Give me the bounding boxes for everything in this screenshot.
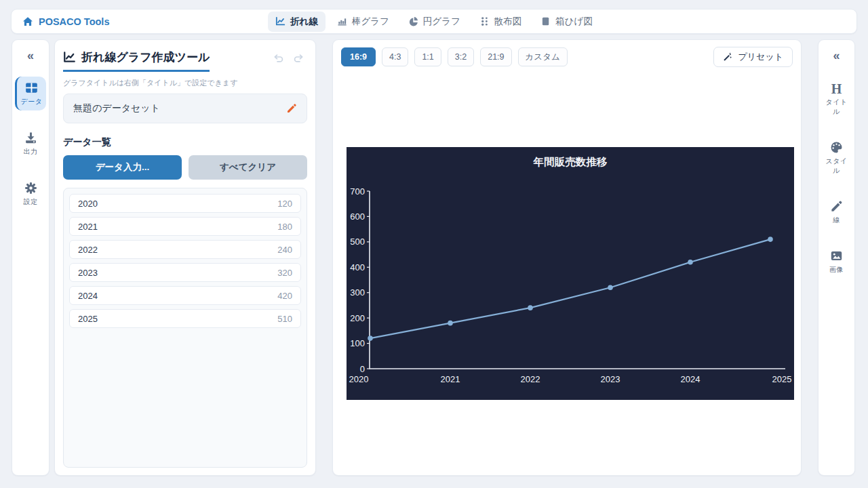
left-rail-items: データ出力設定: [15, 62, 46, 211]
data-input-button[interactable]: データ入力...: [63, 155, 182, 180]
image-icon: [830, 249, 843, 262]
brand-label: POSACO Tools: [39, 16, 109, 27]
right-rail-items: Hタイトルスタイル線画像: [821, 62, 852, 279]
collapse-right-rail-button[interactable]: «: [833, 49, 840, 62]
tab-pie-label: 円グラフ: [423, 16, 460, 28]
svg-text:300: 300: [350, 287, 365, 298]
svg-text:600: 600: [350, 211, 365, 222]
left-rail: « データ出力設定: [12, 39, 50, 476]
tab-scatter[interactable]: 散布図: [472, 12, 530, 32]
data-row-value: 510: [277, 314, 292, 324]
svg-text:200: 200: [350, 313, 365, 323]
data-list-heading: データ一覧: [63, 136, 307, 148]
rail-item-output-label: 出力: [24, 147, 38, 157]
clear-all-button[interactable]: すべてクリア: [189, 155, 307, 180]
ratio-button-21-9[interactable]: 21:9: [480, 47, 511, 66]
rail-item-settings[interactable]: 設定: [15, 177, 46, 211]
rail-item-line-label: 線: [833, 216, 840, 225]
svg-text:400: 400: [350, 262, 365, 272]
data-panel: 折れ線グラフ作成ツール グラフタイトルは右側「タイトル」で設定できます 無題のデ…: [54, 39, 316, 476]
redo-button[interactable]: [293, 54, 304, 63]
tab-scatter-label: 散布図: [494, 16, 522, 28]
chart-panel: 16:94:31:13:221:9カスタム プリセット 年間販売数推移01002…: [332, 39, 802, 476]
chart-type-tabs: 折れ線棒グラフ円グラフ散布図箱ひげ図: [268, 12, 600, 32]
chart-pie-icon: [408, 16, 418, 26]
data-row-2022[interactable]: 2022240: [69, 240, 301, 259]
data-row-2021[interactable]: 2021180: [69, 217, 301, 236]
svg-text:100: 100: [350, 338, 365, 348]
rail-item-output[interactable]: 出力: [15, 127, 46, 161]
data-list: 2020120202118020222402023320202442020255…: [63, 188, 307, 468]
data-row-value: 240: [277, 245, 292, 255]
redo-icon: [293, 54, 304, 63]
palette-icon: [830, 141, 843, 154]
data-row-2025[interactable]: 2025510: [69, 309, 301, 328]
svg-text:2020: 2020: [349, 374, 369, 384]
tab-line[interactable]: 折れ線: [268, 12, 326, 32]
data-row-2024[interactable]: 2024420: [69, 286, 301, 305]
ratio-button-1-1[interactable]: 1:1: [414, 47, 441, 66]
gear-icon: [24, 182, 37, 195]
line-chart-svg: 年間販売数推移010020030040050060070020202021202…: [347, 147, 794, 400]
tab-bar[interactable]: 棒グラフ: [330, 12, 397, 32]
brand[interactable]: POSACO Tools: [12, 16, 109, 27]
rail-item-image[interactable]: 画像: [821, 245, 852, 279]
dataset-name-field[interactable]: 無題のデータセット: [63, 94, 307, 123]
preset-button[interactable]: プリセット: [713, 47, 793, 67]
table-icon: [25, 81, 38, 94]
app-header: POSACO Tools 折れ線棒グラフ円グラフ散布図箱ひげ図: [11, 9, 857, 34]
tab-boxplot[interactable]: 箱ひげ図: [533, 12, 600, 32]
data-row-label: 2023: [78, 268, 98, 278]
rail-item-data[interactable]: データ: [15, 77, 46, 110]
data-row-value: 320: [277, 268, 292, 278]
page-title: 折れ線グラフ作成ツール: [63, 49, 210, 72]
magic-wand-icon: [723, 52, 732, 62]
download-icon: [24, 131, 37, 144]
page-title-label: 折れ線グラフ作成ツール: [81, 49, 210, 65]
undo-button[interactable]: [273, 54, 284, 63]
data-row-value: 180: [277, 222, 292, 232]
rail-item-style-label: スタイル: [824, 157, 850, 176]
ratio-button-custom[interactable]: カスタム: [518, 47, 568, 66]
svg-text:2025: 2025: [772, 374, 792, 384]
data-actions: データ入力... すべてクリア: [63, 155, 307, 180]
rail-item-title[interactable]: Hタイトル: [821, 77, 852, 121]
data-row-2023[interactable]: 2023320: [69, 263, 301, 282]
ratio-button-16-9[interactable]: 16:9: [341, 47, 376, 66]
svg-text:2024: 2024: [681, 374, 701, 384]
data-row-label: 2020: [78, 199, 98, 209]
svg-text:2022: 2022: [521, 374, 540, 384]
data-row-2020[interactable]: 2020120: [69, 194, 301, 213]
svg-text:2023: 2023: [601, 374, 620, 384]
rail-item-style[interactable]: スタイル: [821, 136, 852, 180]
right-rail: « Hタイトルスタイル線画像: [818, 39, 855, 476]
svg-text:年間販売数推移: 年間販売数推移: [533, 156, 608, 167]
data-row-value: 120: [277, 199, 292, 209]
ratio-button-3-2[interactable]: 3:2: [448, 47, 474, 66]
tab-pie[interactable]: 円グラフ: [401, 12, 468, 32]
history-controls: [273, 54, 304, 63]
data-row-label: 2021: [78, 222, 98, 232]
rail-item-image-label: 画像: [829, 265, 844, 274]
svg-text:0: 0: [360, 364, 365, 374]
collapse-left-rail-button[interactable]: «: [27, 49, 34, 62]
edit-pencil-icon[interactable]: [286, 103, 297, 114]
rail-item-data-label: データ: [21, 97, 43, 106]
box-icon: [540, 16, 551, 26]
svg-text:500: 500: [350, 237, 365, 247]
data-row-label: 2024: [78, 291, 98, 301]
data-row-label: 2025: [78, 314, 98, 324]
rail-item-line[interactable]: 線: [821, 195, 852, 229]
aspect-ratio-group: 16:94:31:13:221:9カスタム: [341, 47, 568, 66]
rail-item-title-label: タイトル: [824, 98, 850, 117]
data-row-label: 2022: [78, 245, 98, 255]
svg-text:700: 700: [350, 186, 365, 197]
heading-icon: H: [830, 82, 843, 95]
svg-text:2021: 2021: [441, 374, 460, 384]
tab-line-label: 折れ線: [290, 16, 318, 28]
dataset-name: 無題のデータセット: [73, 102, 160, 115]
ratio-button-4-3[interactable]: 4:3: [382, 47, 408, 66]
tab-bar-label: 棒グラフ: [352, 16, 389, 28]
data-row-value: 420: [277, 291, 292, 301]
chart-line-icon: [275, 16, 285, 26]
